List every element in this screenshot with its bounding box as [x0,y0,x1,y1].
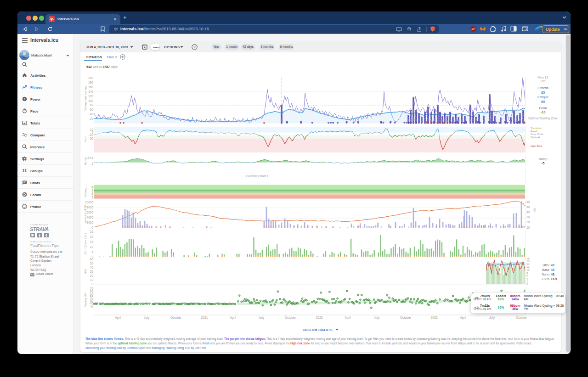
svg-text:0: 0 [91,282,93,286]
svg-text:10: 10 [90,245,94,248]
svg-text:-5: -5 [542,161,544,165]
svg-text:Fitness: Fitness [537,86,548,90]
svg-text:-10: -10 [541,110,546,114]
svg-text:2: 2 [526,280,528,283]
svg-text:Form: Form [539,106,547,110]
svg-text:Form: Form [84,136,87,142]
svg-text:Fatigue: Fatigue [537,95,548,99]
svg-text:Mon 16: Mon 16 [538,76,548,79]
svg-text:2022: 2022 [316,316,322,319]
svg-text:18: 18 [526,257,530,260]
svg-text:20: 20 [90,274,94,277]
svg-text:0: 0 [526,283,528,286]
svg-text:Z5+ / Z3+4 / Z1+2: Z5+ / Z3+4 / Z1+2 [84,232,87,255]
svg-text:2023: 2023 [430,316,437,319]
svg-text:6000: 6000 [87,211,94,214]
svg-text:1: 1 [91,196,93,199]
svg-text:October: October [285,316,296,319]
svg-text:CV%: CV% [542,277,549,281]
svg-text:49: 49 [551,264,554,267]
svg-text:30: 30 [90,270,94,273]
svg-text:180: 180 [88,81,93,84]
svg-text:10: 10 [526,226,530,229]
svg-text:120: 120 [88,95,93,98]
svg-text:Norm: Norm [542,273,549,276]
svg-text:Oct: Oct [541,79,546,83]
svg-text:4000: 4000 [87,216,94,219]
svg-text:5: 5 [91,250,93,253]
svg-text:100: 100 [88,99,93,102]
svg-text:14: 14 [526,263,530,265]
svg-text:40: 40 [90,266,94,269]
svg-text:95: 95 [541,100,545,104]
svg-text:2: 2 [91,192,93,195]
svg-text:2021: 2021 [201,316,208,319]
svg-text:July: July [489,316,495,320]
svg-text:12: 12 [526,265,530,268]
svg-text:40: 40 [90,113,94,116]
svg-text:Training...: Training... [84,185,87,197]
svg-text:200: 200 [88,76,93,79]
svg-text:Resting HR: Resting HR [84,293,87,307]
svg-text:-10: -10 [89,133,94,136]
svg-text:July: July [144,316,150,320]
svg-text:25: 25 [90,230,94,233]
svg-text:85: 85 [541,90,545,95]
svg-text:-30: -30 [89,137,94,140]
svg-text:60: 60 [90,108,94,111]
svg-text:48: 48 [551,273,554,276]
svg-text:16.5: 16.5 [551,277,557,281]
svg-text:High Risk: High Risk [531,145,542,147]
svg-text:20: 20 [90,117,94,120]
svg-text:April: April [345,316,351,320]
svg-text:July: July [374,316,380,320]
svg-text:October: October [400,316,412,319]
svg-text:30: 30 [526,215,530,219]
svg-text:Base: Base [542,268,549,271]
svg-text:2000: 2000 [87,221,94,224]
svg-text:40: 40 [526,210,530,214]
svg-text:Transition: Transition [531,127,542,129]
svg-text:July: July [259,316,265,320]
svg-text:140: 140 [88,90,93,93]
svg-text:46: 46 [551,268,554,271]
svg-text:20: 20 [526,220,530,224]
svg-text:160: 160 [88,85,93,89]
svg-text:Ramp: Ramp [84,157,87,165]
svg-text:Work / kJ>FTP: Work / kJ>FTP [84,205,87,223]
svg-text:15: 15 [90,240,94,243]
svg-text:April: April [230,316,236,320]
svg-text:April: April [115,316,121,320]
svg-text:Custom Chart 1: Custom Chart 1 [246,174,268,178]
svg-text:HRV: HRV [543,264,549,267]
svg-text:6: 6 [526,274,528,277]
svg-text:-8: -8 [90,162,93,165]
svg-text:10000: 10000 [85,201,93,204]
svg-text:October: October [516,316,527,319]
svg-text:Training load per day: Training load per day [84,86,87,112]
svg-text:0: 0 [91,226,93,229]
svg-text:10: 10 [90,278,94,281]
svg-text:60: 60 [526,200,530,203]
svg-text:8000: 8000 [87,206,94,209]
svg-text:50: 50 [90,262,94,265]
svg-text:80: 80 [90,103,94,107]
svg-text:40: 40 [90,305,94,308]
svg-text:Grey Zone: Grey Zone [531,133,543,135]
svg-text:10: 10 [526,269,530,271]
svg-text:Optimal Training Zone: Optimal Training Zone [528,117,558,120]
svg-text:8: 8 [526,271,528,274]
svg-text:60: 60 [90,258,94,261]
svg-text:October: October [170,316,182,319]
svg-text:24.6: 24.6 [87,156,93,159]
svg-text:4: 4 [526,277,528,280]
svg-text:4: 4 [91,186,93,189]
svg-text:Ramp: Ramp [539,158,548,161]
svg-text:Optimal: Optimal [531,136,540,139]
svg-text:Fresh: Fresh [531,130,537,133]
svg-text:50: 50 [526,205,530,208]
svg-text:April: April [460,316,466,320]
svg-text:HRV: HRV [84,269,87,275]
svg-text:16: 16 [526,260,530,263]
svg-text:20: 20 [90,235,94,238]
